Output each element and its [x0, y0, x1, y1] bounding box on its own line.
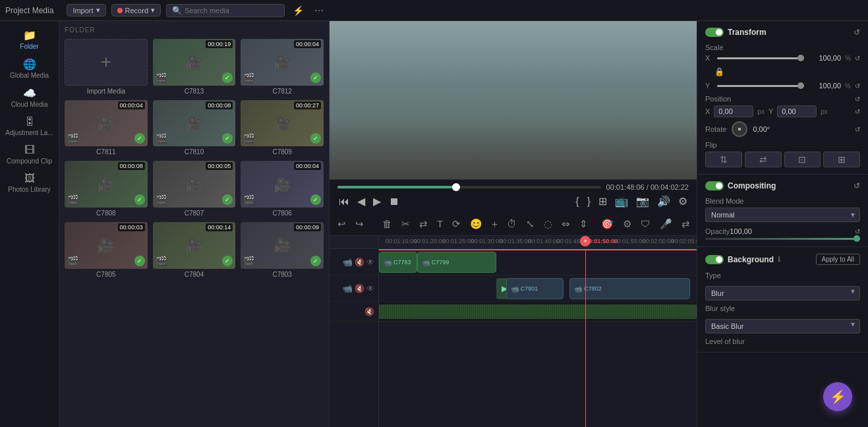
record-button[interactable]: Record ▾ — [111, 4, 161, 16]
compositing-toggle[interactable] — [705, 181, 724, 190]
media-item-c7813[interactable]: 🎥 00:00:19 ✓ 🎬 C7813 — [153, 39, 236, 95]
import-button[interactable]: Import ▾ — [67, 4, 105, 16]
tool-target-button[interactable]: 🎯 — [598, 216, 616, 232]
progress-thumb[interactable] — [452, 183, 460, 191]
flip-vertical-button[interactable]: ⇅ — [705, 152, 742, 167]
transform-reset-icon[interactable]: ↺ — [854, 28, 860, 37]
transform-toggle[interactable] — [705, 28, 724, 37]
sidebar-item-folder[interactable]: 📁 Folder — [3, 26, 56, 53]
search-input[interactable] — [185, 7, 279, 14]
media-item-c7809[interactable]: 🎥 00:00:27 ✓ 🎬 C7809 — [241, 100, 324, 156]
scale-x-thumb[interactable] — [797, 55, 804, 61]
media-item-c7812[interactable]: 🎥 00:00:04 ✓ 🎬 C7812 — [241, 39, 324, 95]
sidebar-item-cloud[interactable]: ☁️ Cloud Media — [3, 84, 56, 111]
scale-x-reset[interactable]: ↺ — [855, 55, 860, 62]
sidebar-item-compound[interactable]: 🎞 Compound Clip — [3, 142, 56, 167]
media-item-c7810[interactable]: 🎥 00:00:08 ✓ 🎬 C7810 — [153, 100, 236, 156]
filter-icon[interactable]: ⚡ — [290, 4, 306, 17]
media-item-c7811[interactable]: 🎥 00:00:04 ✓ 🎬 C7811 — [65, 100, 148, 156]
sidebar-item-adjustment[interactable]: 🎛 Adjustment La... — [3, 113, 56, 139]
progress-track[interactable] — [337, 186, 601, 188]
fab-button[interactable]: ⚡ — [823, 382, 852, 411]
clip-c7799[interactable]: 📹 C7799 — [417, 252, 497, 273]
screen-button[interactable]: 📺 — [614, 194, 629, 209]
import-media-box[interactable]: + — [65, 39, 148, 86]
media-item-c7806[interactable]: 🎥 00:00:04 ✓ 🎬 C7806 — [241, 161, 324, 217]
opacity-thumb[interactable] — [854, 235, 860, 242]
sidebar-item-global[interactable]: 🌐 Global Media — [3, 55, 56, 82]
progress-bar[interactable]: 00:01:48:06 / 00:04:02:22 — [337, 183, 689, 191]
rotate-dial[interactable] — [732, 121, 747, 137]
pos-reset[interactable]: ↺ — [855, 108, 860, 115]
track-3-mute-icon[interactable]: 🔇 — [364, 307, 374, 316]
more-options-icon[interactable]: ⋯ — [312, 4, 326, 17]
bg-type-select[interactable]: Blur Color Image — [705, 286, 860, 300]
tool-cut-button[interactable]: ✂ — [399, 216, 413, 232]
track-2-eye-icon[interactable]: 👁 — [366, 284, 374, 293]
flip-grid-button[interactable]: ⊞ — [823, 152, 860, 167]
background-toggle[interactable] — [705, 255, 724, 264]
settings-ctrl-button[interactable]: ⚙ — [677, 194, 689, 209]
skip-back-button[interactable]: ⏮ — [337, 194, 351, 209]
media-item-c7808[interactable]: 🎥 00:00:08 ✓ 🎬 C7808 — [65, 161, 148, 217]
tool-shield-button[interactable]: 🛡 — [638, 216, 653, 231]
pos-x-input[interactable] — [714, 105, 753, 117]
tool-resize-button[interactable]: ⤡ — [523, 216, 537, 232]
clip-c7801[interactable]: 📹 C7801 — [506, 278, 564, 299]
compositing-reset-icon[interactable]: ↺ — [854, 181, 860, 190]
clip-c7783[interactable]: 📹 C7783 — [379, 252, 417, 273]
flip-crop-button[interactable]: ⊡ — [784, 152, 821, 167]
pos-y-input[interactable] — [777, 105, 817, 117]
stop-button[interactable]: ⏹ — [388, 194, 401, 209]
tool-mic-button[interactable]: 🎤 — [657, 216, 675, 232]
tool-gear-button[interactable]: ⚙ — [620, 216, 634, 232]
audio-button[interactable]: 🔊 — [656, 194, 672, 209]
track-2-video-icon[interactable]: 📹 — [343, 284, 353, 293]
mark-out-button[interactable]: } — [586, 194, 592, 209]
opacity-slider[interactable] — [705, 238, 860, 240]
track-1-video-icon[interactable]: 📹 — [343, 258, 353, 267]
rotate-reset[interactable]: ↺ — [855, 126, 860, 133]
media-item-c7803[interactable]: 🎥 00:00:09 ✓ 🎬 C7803 — [241, 222, 324, 278]
tool-rotate-button[interactable]: ⟳ — [449, 216, 463, 232]
scale-y-reset[interactable]: ↺ — [855, 82, 860, 90]
mark-in-button[interactable]: { — [574, 194, 580, 209]
search-box[interactable]: 🔍 — [166, 4, 285, 17]
media-item-c7804[interactable]: 🎥 00:00:14 ✓ 🎬 C7804 — [153, 222, 236, 278]
tool-emoji-button[interactable]: 😊 — [467, 216, 485, 232]
tool-delete-button[interactable]: 🗑 — [380, 216, 395, 231]
step-back-button[interactable]: ◀ — [356, 194, 366, 209]
play-button[interactable]: ▶ — [372, 194, 382, 209]
media-item-c7807[interactable]: 🎥 00:00:05 ✓ 🎬 C7807 — [153, 161, 236, 217]
track-1-eye-icon[interactable]: 👁 — [366, 258, 374, 267]
import-media-item[interactable]: + Import Media — [65, 39, 148, 95]
camera-button[interactable]: 📷 — [635, 194, 651, 209]
tool-timer-button[interactable]: ⏱ — [504, 216, 519, 231]
scale-y-slider[interactable] — [717, 85, 804, 87]
track-2-mute-icon[interactable]: 🔇 — [355, 284, 364, 293]
tool-v-flip-button[interactable]: ⇕ — [577, 216, 591, 232]
tool-swap-button[interactable]: ⇄ — [417, 216, 430, 232]
tool-text-button[interactable]: T — [434, 216, 446, 231]
scale-x-slider[interactable] — [717, 57, 804, 59]
sidebar-item-photos[interactable]: 🖼 Photos Library — [3, 170, 56, 196]
apply-to-all-button[interactable]: Apply to All — [816, 254, 860, 265]
scale-y-thumb[interactable] — [797, 82, 804, 89]
blur-style-select[interactable]: Basic Blur Mosaic Gaussian — [705, 319, 860, 333]
flip-horizontal-button[interactable]: ⇄ — [745, 152, 782, 167]
tool-add-button[interactable]: + — [489, 216, 500, 231]
background-info-icon[interactable]: ℹ — [778, 255, 780, 264]
lock-icon[interactable]: 🔒 — [714, 67, 724, 76]
tool-h-flip-button[interactable]: ⇔ — [559, 216, 573, 232]
opacity-reset[interactable]: ↺ — [855, 228, 860, 235]
media-item-c7805[interactable]: 🎥 00:00:03 ✓ 🎬 C7805 — [65, 222, 148, 278]
insert-button[interactable]: ⊞ — [597, 194, 608, 209]
clip-c7802[interactable]: 📹 C7802 — [569, 278, 690, 299]
tool-redo-button[interactable]: ↪ — [353, 216, 366, 232]
position-reset[interactable]: ↺ — [855, 96, 860, 103]
tool-undo-button[interactable]: ↩ — [335, 216, 349, 232]
track-1-mute-icon[interactable]: 🔇 — [355, 258, 364, 267]
tool-mask-button[interactable]: ◌ — [541, 216, 555, 232]
tool-transition-button[interactable]: ⇄ — [679, 216, 693, 232]
blend-mode-select[interactable]: Normal Multiply Screen Overlay — [705, 208, 860, 222]
